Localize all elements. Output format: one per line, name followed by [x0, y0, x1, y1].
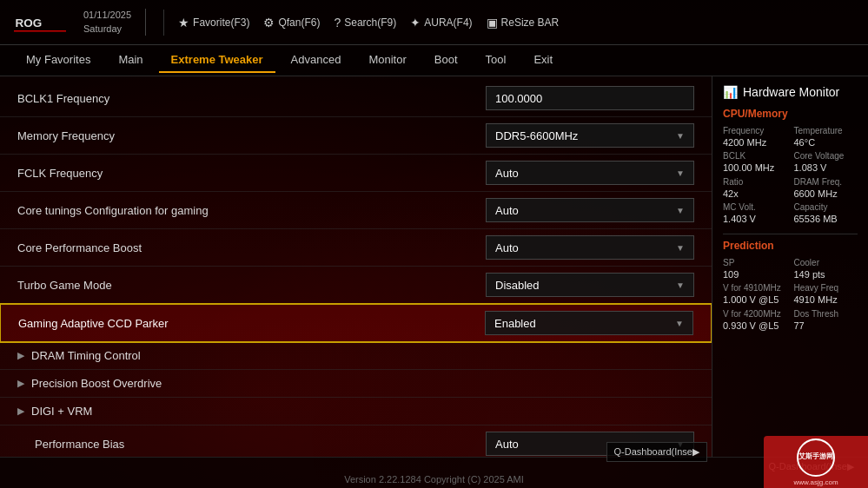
v-4910-value: 1.000 V @L5	[723, 293, 787, 306]
gaming-adaptive-ccd-value-container: Enabled ▼	[485, 311, 693, 335]
navbar: My Favorites Main Extreme Tweaker Advanc…	[0, 45, 868, 76]
digi-vrm-label: DIGI + VRM	[31, 405, 92, 418]
dram-freq-value: 6600 MHz	[794, 188, 858, 200]
setting-gaming-adaptive-ccd[interactable]: Gaming Adaptive CCD Parker Enabled ▼	[0, 304, 712, 342]
nav-monitor[interactable]: Monitor	[356, 48, 418, 73]
tool-aura[interactable]: ✦ AURA(F4)	[410, 16, 472, 30]
mc-volt-label: MC Volt.	[723, 201, 787, 213]
core-tunings-label: Core tunings Configuration for gaming	[17, 204, 486, 217]
frequency-value: 4200 MHz	[723, 136, 787, 148]
rog-logo: ROG	[14, 10, 66, 36]
settings-panel: BCLK1 Frequency 100.0000 Memory Frequenc…	[0, 76, 712, 457]
nav-advanced[interactable]: Advanced	[279, 48, 354, 73]
core-perf-boost-value-container: Auto ▼	[486, 235, 694, 260]
cpu-memory-grid: Frequency 4200 MHz Temperature 46°C BCLK…	[723, 125, 858, 225]
section-digi-vrm[interactable]: ▶ DIGI + VRM	[0, 398, 712, 425]
qfan-icon: ⚙	[263, 16, 275, 30]
gaming-adaptive-ccd-value[interactable]: Enabled ▼	[485, 311, 693, 335]
hw-monitor-icon: 📊	[723, 85, 738, 99]
dram-timing-arrow-icon: ▶	[17, 350, 24, 361]
tool-resizebar[interactable]: ▣ ReSize BAR	[487, 16, 560, 30]
core-tunings-value-container: Auto ▼	[486, 198, 694, 222]
hw-divider	[723, 234, 858, 234]
setting-core-tunings[interactable]: Core tunings Configuration for gaming Au…	[0, 192, 712, 229]
cooler-label: Cooler	[794, 257, 858, 268]
qdashboard-watermark: Q-Dashboard(Inse▶	[606, 442, 708, 462]
section-dram-timing[interactable]: ▶ DRAM Timing Control	[0, 342, 712, 370]
nav-main[interactable]: Main	[106, 48, 155, 73]
main-layout: BCLK1 Frequency 100.0000 Memory Frequenc…	[0, 76, 868, 457]
setting-memory-frequency[interactable]: Memory Frequency DDR5-6600MHz ▼	[0, 117, 712, 155]
cpu-memory-section-title: CPU/Memory	[723, 108, 858, 120]
footer-top: Q-Dashboard(Inse▶	[14, 461, 854, 472]
header-datetime: 01/11/2025 Saturday	[83, 9, 146, 36]
performance-bias-label: Performance Bias	[35, 438, 486, 451]
turbo-game-mode-value-container: Disabled ▼	[486, 273, 694, 297]
ratio-label: Ratio	[723, 176, 787, 188]
temperature-label: Temperature	[794, 125, 858, 136]
v-4910-label: V for 4910MHz	[723, 282, 787, 293]
header: ROG 01/11/2025 Saturday ★ Favorite(F3) ⚙…	[0, 0, 868, 45]
section-precision-boost[interactable]: ▶ Precision Boost Overdrive	[0, 370, 712, 398]
setting-bclk1-frequency[interactable]: BCLK1 Frequency 100.0000	[0, 80, 712, 117]
favorite-icon: ★	[178, 16, 189, 30]
precision-boost-arrow-icon: ▶	[17, 378, 24, 389]
turbo-game-mode-value[interactable]: Disabled ▼	[486, 273, 694, 297]
capacity-label: Capacity	[794, 201, 858, 213]
dram-freq-label: DRAM Freq.	[794, 176, 858, 188]
bclk1-value-container: 100.0000	[486, 86, 694, 110]
bclk1-label: BCLK1 Frequency	[17, 92, 486, 105]
capacity-value: 65536 MB	[794, 213, 858, 225]
nav-extreme-tweaker[interactable]: Extreme Tweaker	[159, 48, 275, 73]
tool-favorite[interactable]: ★ Favorite(F3)	[178, 16, 249, 30]
core-perf-boost-arrow: ▼	[676, 243, 685, 253]
tool-qfan[interactable]: ⚙ Qfan(F6)	[263, 16, 320, 30]
turbo-game-mode-arrow: ▼	[676, 280, 685, 290]
nav-exit[interactable]: Exit	[521, 48, 565, 73]
core-perf-boost-label: Core Performance Boost	[17, 241, 486, 254]
temperature-value: 46°C	[794, 136, 858, 148]
prediction-grid: SP 109 Cooler 149 pts V for 4910MHz 1.00…	[723, 257, 858, 332]
fclk-value-container: Auto ▼	[486, 161, 694, 185]
bclk-value: 100.00 MHz	[723, 162, 787, 174]
nav-tool[interactable]: Tool	[474, 48, 519, 73]
bclk-label: BCLK	[723, 150, 787, 162]
asjc-url: www.asjg.com	[793, 478, 838, 486]
dram-timing-label: DRAM Timing Control	[31, 349, 141, 362]
frequency-label: Frequency	[723, 125, 787, 136]
v-4200-label: V for 4200MHz	[723, 308, 787, 320]
tool-search[interactable]: ? Search(F9)	[334, 16, 396, 30]
ratio-value: 42x	[723, 188, 787, 200]
dos-thresh-label: Dos Thresh	[794, 308, 858, 320]
search-icon: ?	[334, 16, 341, 30]
resizebar-icon: ▣	[487, 16, 498, 30]
setting-turbo-game-mode[interactable]: Turbo Game Mode Disabled ▼	[0, 267, 712, 304]
hardware-monitor-panel: 📊 Hardware Monitor CPU/Memory Frequency …	[712, 76, 868, 457]
setting-fclk-frequency[interactable]: FCLK Frequency Auto ▼	[0, 155, 712, 192]
memory-freq-arrow: ▼	[676, 131, 685, 141]
core-tunings-value[interactable]: Auto ▼	[486, 198, 694, 222]
memory-freq-value-container: DDR5-6600MHz ▼	[486, 123, 694, 148]
cooler-value: 149 pts	[794, 268, 858, 280]
fclk-arrow: ▼	[676, 168, 685, 178]
setting-core-perf-boost[interactable]: Core Performance Boost Auto ▼	[0, 229, 712, 267]
digi-vrm-arrow-icon: ▶	[17, 406, 24, 417]
memory-freq-value[interactable]: DDR5-6600MHz ▼	[486, 123, 694, 148]
bclk1-value: 100.0000	[486, 86, 694, 110]
gaming-adaptive-ccd-arrow: ▼	[675, 319, 684, 328]
gaming-adaptive-ccd-label: Gaming Adaptive CCD Parker	[18, 317, 485, 330]
nav-my-favorites[interactable]: My Favorites	[14, 48, 103, 73]
heavy-freq-label: Heavy Freq	[794, 282, 858, 293]
nav-boot[interactable]: Boot	[422, 48, 470, 73]
footer: Q-Dashboard(Inse▶ Version 2.22.1284 Copy…	[0, 457, 868, 488]
core-perf-boost-value[interactable]: Auto ▼	[486, 235, 694, 260]
memory-freq-label: Memory Frequency	[17, 129, 486, 142]
v-4200-value: 0.930 V @L5	[723, 320, 787, 332]
setting-performance-bias[interactable]: Performance Bias Auto ▼	[0, 425, 712, 457]
aura-icon: ✦	[410, 16, 421, 30]
asjc-watermark: 艾斯手游网 www.asjg.com	[764, 436, 868, 488]
header-tools: ★ Favorite(F3) ⚙ Qfan(F6) ? Search(F9) ✦…	[178, 16, 559, 30]
prediction-section-title: Prediction	[723, 240, 858, 252]
fclk-value[interactable]: Auto ▼	[486, 161, 694, 185]
asjc-logo: 艾斯手游网	[797, 439, 835, 477]
